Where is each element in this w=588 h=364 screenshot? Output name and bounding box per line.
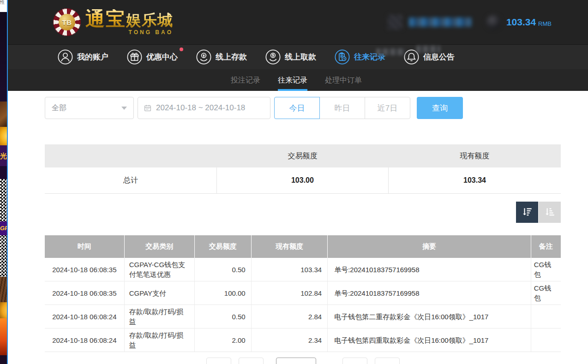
quick-range-group: 今日 昨日 近7日 — [274, 97, 410, 119]
tab-bet-records[interactable]: 投注记录 — [231, 69, 260, 91]
balance-currency: RMB — [538, 20, 552, 27]
table-row: 2024-10-18 06:08:24存款/取款/打码/损益0.502.84电子… — [45, 305, 561, 328]
background-gold-char: 光 — [0, 145, 7, 166]
table-cell: CG钱包 — [531, 281, 561, 305]
table-cell: CGPAY-CG钱包支付笔笔送优惠 — [124, 258, 194, 281]
table-cell: 100.00 — [194, 281, 251, 305]
table-row: 2024-10-18 06:08:35CGPAY-CG钱包支付笔笔送优惠0.50… — [45, 258, 561, 281]
table-cell: 2024-10-18 06:08:35 — [45, 258, 124, 281]
records-column-header: 现有额度 — [251, 235, 327, 258]
table-cell: 存款/取款/打码/损益 — [124, 328, 194, 352]
avatar — [388, 15, 402, 30]
table-cell: 2024-10-18 06:08:24 — [45, 305, 124, 328]
records-column-header: 备注 — [531, 235, 561, 258]
summary-header-row: 交易额度 现有额度 — [45, 144, 561, 167]
table-cell: 0.50 — [194, 258, 251, 281]
censored-patch — [416, 46, 440, 53]
summary-header-empty — [45, 144, 216, 167]
table-row: 2024-10-18 06:08:35CGPAY支付100.00102.84单号… — [45, 281, 561, 305]
table-row: 2024-10-18 06:08:24存款/取款/打码/损益2.002.34电子… — [45, 328, 561, 352]
gift-icon — [127, 49, 142, 65]
coin-icon — [486, 15, 501, 30]
search-button[interactable]: 查询 — [417, 97, 463, 119]
user-info: 103.34 RMB — [388, 15, 552, 30]
sort-desc-icon — [521, 206, 533, 218]
logo-title-en: TONG BAO — [85, 30, 173, 35]
summary-header-balance: 现有额度 — [389, 144, 561, 167]
quick-range-last7days[interactable]: 近7日 — [365, 97, 410, 119]
background-corner-text: 性 — [0, 0, 7, 12]
summary-total-label: 总计 — [45, 167, 216, 194]
nav-item-withdraw[interactable]: 线上取款 — [265, 49, 316, 65]
records-icon — [335, 49, 350, 65]
notification-dot — [180, 48, 183, 51]
username-censored — [409, 18, 471, 27]
background-window-strip: 性 光 GP — [0, 0, 7, 364]
quick-range-today[interactable]: 今日 — [274, 97, 320, 119]
tab-pending-orders[interactable]: 处理中订单 — [325, 69, 362, 91]
table-cell: 单号:202410183757169958 — [328, 281, 531, 305]
logo-title-sub: 娱乐城 — [126, 12, 173, 28]
deposit-icon — [196, 49, 211, 65]
withdraw-icon — [265, 49, 281, 65]
pagination — [45, 358, 400, 364]
nav-item-deposit[interactable]: 线上存款 — [196, 49, 247, 65]
record-tabs: 投注记录 往来记录 处理中订单 — [8, 69, 588, 91]
records-table: 时间交易类别交易额度现有额度摘要备注 2024-10-18 06:08:35CG… — [45, 235, 561, 352]
background-gp-text: GP — [0, 221, 7, 235]
table-cell: CGPAY支付 — [124, 281, 194, 305]
table-cell: 2.00 — [194, 328, 251, 352]
records-column-header: 摘要 — [328, 235, 531, 258]
pagination-prev-button[interactable] — [239, 358, 264, 364]
background-qr-pattern — [0, 179, 7, 221]
summary-total-transaction: 103.00 — [216, 167, 388, 194]
pagination-first-button[interactable] — [206, 358, 231, 364]
logo-chip-tb: TB — [59, 14, 75, 30]
summary-total-balance: 103.34 — [389, 167, 561, 194]
user-icon — [58, 49, 73, 65]
nav-item-promotions[interactable]: 优惠中心 — [127, 49, 178, 65]
balance-amount: 103.34 — [506, 17, 536, 28]
filter-bar: 全部 2024-10-18 ~ 2024-10-18 今日 昨日 近7日 查询 — [45, 97, 463, 119]
content-area: 全部 2024-10-18 ~ 2024-10-18 今日 昨日 近7日 查询 — [8, 91, 588, 364]
table-cell: 0.50 — [194, 305, 251, 328]
chevron-down-icon — [121, 107, 127, 110]
pagination-page-input[interactable] — [276, 358, 316, 364]
table-cell: 2024-10-18 06:08:35 — [45, 281, 124, 305]
table-cell: 单号:202410183757169958 — [328, 258, 531, 281]
censored-patch — [376, 48, 405, 55]
table-cell — [531, 328, 561, 352]
records-column-header: 交易类别 — [124, 235, 194, 258]
background-qr-pattern — [0, 235, 7, 277]
category-select[interactable]: 全部 — [45, 97, 134, 119]
records-header-row: 时间交易类别交易额度现有额度摘要备注 — [45, 235, 561, 258]
sort-ascending-button[interactable] — [539, 202, 561, 223]
pagination-next-button[interactable] — [342, 358, 367, 364]
browser-viewport: TB 通宝 娱乐城 TONG BAO 103.34 RMB 我的 — [7, 0, 588, 364]
table-cell: 存款/取款/打码/损益 — [124, 305, 194, 328]
summary-total-row: 总计 103.00 103.34 — [45, 167, 561, 194]
date-range-input[interactable]: 2024-10-18 ~ 2024-10-18 — [138, 97, 270, 119]
logo-chip-icon: TB — [53, 8, 81, 36]
table-cell: 电子钱包第四重取款彩金《次日16:00领取》_1017 — [328, 328, 531, 352]
table-cell: 2024-10-18 06:08:24 — [45, 328, 124, 352]
pagination-last-button[interactable] — [375, 358, 400, 364]
site-logo[interactable]: TB 通宝 娱乐城 TONG BAO — [53, 8, 173, 36]
nav-item-my-account[interactable]: 我的账户 — [58, 49, 108, 65]
calendar-icon — [144, 104, 152, 112]
table-cell: CG钱包 — [531, 258, 561, 281]
records-column-header: 时间 — [45, 235, 124, 258]
sort-descending-button[interactable] — [516, 202, 538, 223]
sort-asc-icon — [544, 206, 556, 218]
site-header: TB 通宝 娱乐城 TONG BAO 103.34 RMB — [8, 0, 588, 44]
summary-table: 交易额度 现有额度 总计 103.00 103.34 — [45, 144, 561, 194]
table-cell: 103.34 — [251, 258, 327, 281]
table-cell — [531, 305, 561, 328]
main-nav: 我的账户 优惠中心 线上存款 线上取款 — [8, 44, 588, 69]
tab-transaction-records[interactable]: 往来记录 — [278, 69, 307, 91]
table-cell: 电子钱包第二重存款彩金《次日16:00领取》_1017 — [328, 305, 531, 328]
summary-header-transaction: 交易额度 — [216, 144, 388, 167]
quick-range-yesterday[interactable]: 昨日 — [319, 97, 365, 119]
table-cell: 102.84 — [251, 281, 327, 305]
table-cell: 2.34 — [251, 328, 327, 352]
